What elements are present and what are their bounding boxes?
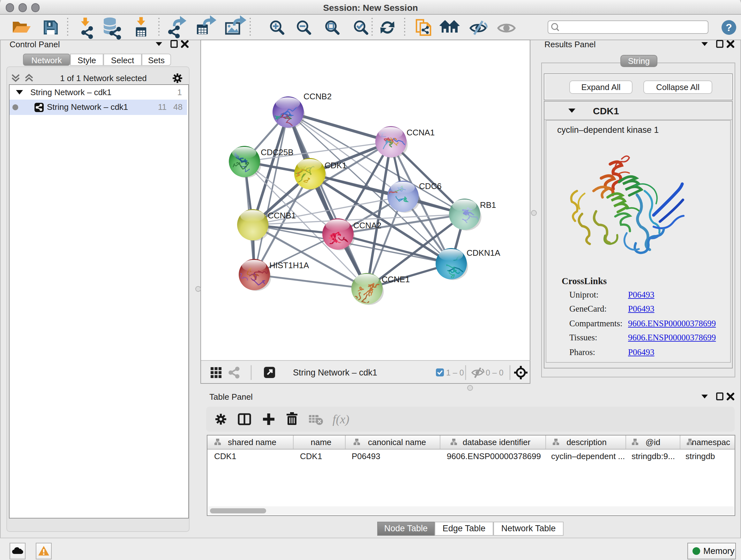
svg-text:namespac: namespac [692, 437, 730, 447]
svg-text:CDK1: CDK1 [324, 160, 346, 170]
svg-text:canonical name: canonical name [368, 437, 426, 447]
svg-text:1 of 1 Network selected: 1 of 1 Network selected [60, 73, 147, 83]
svg-text:Memory: Memory [703, 546, 734, 556]
svg-text:database identifier: database identifier [463, 437, 531, 447]
svg-text:CCNE1: CCNE1 [381, 274, 409, 284]
svg-text:RB1: RB1 [480, 200, 496, 209]
svg-text:0 – 0: 0 – 0 [485, 368, 503, 377]
svg-text:CCNB1: CCNB1 [267, 210, 295, 220]
svg-text:String Network – cdk1: String Network – cdk1 [293, 368, 377, 377]
svg-text:CCNA2: CCNA2 [353, 220, 381, 230]
svg-text:name: name [311, 437, 331, 447]
svg-text:description: description [566, 437, 607, 447]
svg-text:HIST1H1A: HIST1H1A [269, 260, 309, 270]
svg-text:f(x): f(x) [333, 413, 349, 426]
svg-text:shared name: shared name [228, 437, 276, 447]
svg-text:CDC6: CDC6 [419, 181, 441, 191]
svg-text:CCNA1: CCNA1 [406, 127, 434, 137]
svg-text:CCNB2: CCNB2 [303, 91, 331, 101]
svg-text:?: ? [726, 22, 732, 33]
svg-text:CDC25B: CDC25B [260, 147, 293, 157]
svg-text:1 – 0: 1 – 0 [446, 368, 464, 377]
svg-text:CDKN1A: CDKN1A [466, 248, 500, 257]
svg-text:@id: @id [646, 437, 661, 447]
